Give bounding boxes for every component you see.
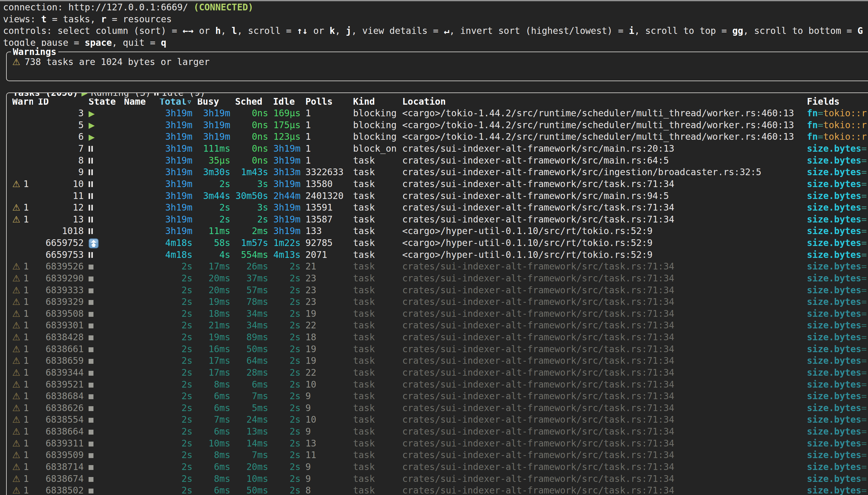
task-busy-cell: 3m44s bbox=[197, 190, 230, 202]
task-total-cell: 3h19m bbox=[160, 107, 193, 119]
task-busy-cell: 8ms bbox=[197, 473, 230, 485]
completed-state-icon bbox=[88, 264, 94, 270]
task-state-cell bbox=[88, 214, 119, 225]
column-header-polls[interactable]: Polls bbox=[305, 96, 348, 108]
task-location-cell: crates/sui-indexer-alt-framework/src/tas… bbox=[402, 343, 802, 355]
column-header-location[interactable]: Location bbox=[402, 96, 802, 108]
task-sched-cell: 7ms bbox=[235, 449, 268, 461]
task-fields-cell: size.bytes= bbox=[807, 438, 868, 449]
task-row[interactable]: ⚠168386842s6ms7ms2s9taskcrates/sui-index… bbox=[7, 390, 868, 402]
task-id-cell: 6839301 bbox=[38, 320, 84, 331]
task-location-cell: crates/sui-indexer-alt-framework/src/tas… bbox=[402, 461, 802, 473]
task-busy-cell: 8ms bbox=[197, 449, 230, 461]
task-warn-cell: ⚠1 bbox=[12, 285, 33, 296]
column-header-fields[interactable]: Fields bbox=[807, 96, 868, 108]
column-header-kind[interactable]: Kind bbox=[353, 96, 397, 108]
help-text: , invert sort (highest/lowest) = bbox=[449, 25, 629, 36]
task-id-cell: 8 bbox=[38, 155, 84, 167]
task-row[interactable]: ⚠168385022s6ms50ms2s8taskcrates/sui-inde… bbox=[7, 484, 868, 495]
field-value: tokio::r bbox=[823, 132, 867, 142]
warning-count: 1 bbox=[23, 179, 29, 189]
task-row[interactable]: ⚠168386612s16ms50ms2s19taskcrates/sui-in… bbox=[7, 343, 868, 355]
connection-line: connection: http://127.0.0.1:6669/ (CONN… bbox=[3, 1, 868, 13]
task-row[interactable]: ⚠168387142s6ms20ms2s9taskcrates/sui-inde… bbox=[7, 461, 868, 473]
task-kind-cell: task bbox=[353, 237, 397, 249]
task-polls-cell: 10 bbox=[305, 414, 348, 426]
task-row[interactable]: ⚠1123h19m2s3s3h19m13591taskcrates/sui-in… bbox=[7, 202, 868, 214]
task-total-cell: 2s bbox=[160, 379, 193, 391]
task-row[interactable]: ⚠168386742s8ms10ms2s9taskcrates/sui-inde… bbox=[7, 473, 868, 485]
task-warn-cell: ⚠1 bbox=[12, 273, 33, 285]
field-equals: = bbox=[861, 179, 867, 189]
task-idle-cell: 2s bbox=[273, 320, 301, 331]
task-total-cell: 2s bbox=[160, 308, 193, 320]
field-name: size.bytes bbox=[807, 167, 861, 177]
task-row[interactable]: ⚠168386642s6ms13ms2s9taskcrates/sui-inde… bbox=[7, 426, 868, 438]
task-row[interactable]: 66597534m18s4s554ms4m13s2071task<cargo>/… bbox=[7, 249, 868, 261]
completed-state-icon bbox=[88, 406, 94, 411]
task-row[interactable]: 3▶3h19m3h19m0ns169µs1blocking<cargo>/tok… bbox=[7, 107, 868, 119]
running-count-label: Running (3) bbox=[91, 92, 151, 99]
field-equals: = bbox=[861, 297, 867, 307]
column-header-idle[interactable]: Idle bbox=[273, 96, 301, 108]
field-equals: = bbox=[861, 309, 867, 319]
task-polls-cell: 1 bbox=[305, 155, 348, 167]
task-row[interactable]: 83h19m35µs0ns3h19m1taskcrates/sui-indexe… bbox=[7, 155, 868, 167]
field-equals: = bbox=[861, 356, 867, 366]
task-location-cell: crates/sui-indexer-alt-framework/src/tas… bbox=[402, 449, 802, 461]
task-row[interactable]: ⚠168384282s19ms89ms2s18taskcrates/sui-in… bbox=[7, 331, 868, 343]
task-state-cell bbox=[88, 166, 119, 178]
task-row[interactable]: ⚠168393332s20ms57ms2s23taskcrates/sui-in… bbox=[7, 285, 868, 296]
task-row[interactable]: ⚠168393112s10ms14ms2s13taskcrates/sui-in… bbox=[7, 438, 868, 449]
task-id-cell: 1018 bbox=[38, 225, 84, 237]
task-row[interactable]: 6▶3h19m3h19m0ns123µs1blocking<cargo>/tok… bbox=[7, 131, 868, 143]
task-row[interactable]: ⚠168393442s17ms28ms2s22taskcrates/sui-in… bbox=[7, 367, 868, 379]
task-row[interactable]: 93h19m3m30s1m43s3h13m3322633taskcrates/s… bbox=[7, 166, 868, 178]
task-row[interactable]: 113h19m3m44s30m50s2h44m2401320taskcrates… bbox=[7, 190, 868, 202]
task-row[interactable]: ⚠168395092s8ms7ms2s11taskcrates/sui-inde… bbox=[7, 449, 868, 461]
task-row[interactable]: ⚠168393292s19ms78ms2s23taskcrates/sui-in… bbox=[7, 296, 868, 308]
task-row[interactable]: ⚠168395262s17ms26ms2s21taskcrates/sui-in… bbox=[7, 261, 868, 273]
task-row[interactable]: ⚠1103h19m2s3s3h19m13580taskcrates/sui-in… bbox=[7, 178, 868, 190]
key-hint: t bbox=[41, 14, 47, 24]
task-state-cell bbox=[88, 202, 119, 214]
field-name: size.bytes bbox=[807, 238, 861, 248]
task-row[interactable]: ⚠168392902s20ms37ms2s23taskcrates/sui-in… bbox=[7, 273, 868, 285]
task-sched-cell: 24ms bbox=[235, 414, 268, 426]
task-sched-cell: 14ms bbox=[235, 438, 268, 449]
field-name: size.bytes bbox=[807, 297, 861, 307]
task-row[interactable]: 10183h19m11ms2ms3h19m133task<cargo>/hype… bbox=[7, 225, 868, 237]
column-header-sched[interactable]: Sched bbox=[235, 96, 268, 108]
task-fields-cell: size.bytes= bbox=[807, 249, 868, 261]
task-kind-cell: task bbox=[353, 273, 397, 285]
task-row[interactable]: ⚠168393012s21ms34ms2s22taskcrates/sui-in… bbox=[7, 320, 868, 331]
field-equals: = bbox=[861, 438, 867, 449]
task-row[interactable]: 66597524m18s58s1m57s1m22s92785task<cargo… bbox=[7, 237, 868, 249]
task-row[interactable]: ⚠168395212s8ms6ms2s10taskcrates/sui-inde… bbox=[7, 379, 868, 391]
task-fields-cell: size.bytes= bbox=[807, 484, 868, 495]
task-id-cell: 6838661 bbox=[38, 343, 84, 355]
task-row[interactable]: ⚠168385542s7ms24ms2s10taskcrates/sui-ind… bbox=[7, 414, 868, 426]
task-id-cell: 6838664 bbox=[38, 426, 84, 438]
task-row[interactable]: ⚠168386592s17ms64ms2s19taskcrates/sui-in… bbox=[7, 355, 868, 367]
task-total-cell: 4m18s bbox=[160, 237, 193, 249]
task-row[interactable]: ⚠168386262s6ms5ms2s9taskcrates/sui-index… bbox=[7, 402, 868, 414]
task-row[interactable]: ⚠1133h19m2s2s3h19m13587taskcrates/sui-in… bbox=[7, 214, 868, 225]
task-total-cell: 2s bbox=[160, 285, 193, 296]
task-polls-cell: 22 bbox=[305, 367, 348, 379]
task-sched-cell: 3s bbox=[235, 202, 268, 214]
connection-status: (CONNECTED) bbox=[194, 2, 253, 13]
task-state-cell bbox=[88, 449, 119, 461]
task-busy-cell: 7ms bbox=[197, 414, 230, 426]
task-row[interactable]: 5▶3h19m3h19m0ns175µs1blocking<cargo>/tok… bbox=[7, 119, 868, 131]
task-busy-cell: 20ms bbox=[197, 285, 230, 296]
task-total-cell: 3h19m bbox=[160, 214, 193, 225]
task-total-cell: 3h19m bbox=[160, 202, 193, 214]
task-row[interactable]: 73h19m111ms0ns3h19m1block_oncrates/sui-i… bbox=[7, 143, 868, 155]
task-row[interactable]: ⚠168395082s18ms34ms2s19taskcrates/sui-in… bbox=[7, 308, 868, 320]
task-kind-cell: blocking bbox=[353, 107, 397, 119]
task-polls-cell: 13591 bbox=[305, 202, 348, 214]
task-idle-cell: 2s bbox=[273, 461, 301, 473]
task-state-cell: ▶ bbox=[88, 119, 119, 131]
task-fields-cell: size.bytes= bbox=[807, 273, 868, 285]
